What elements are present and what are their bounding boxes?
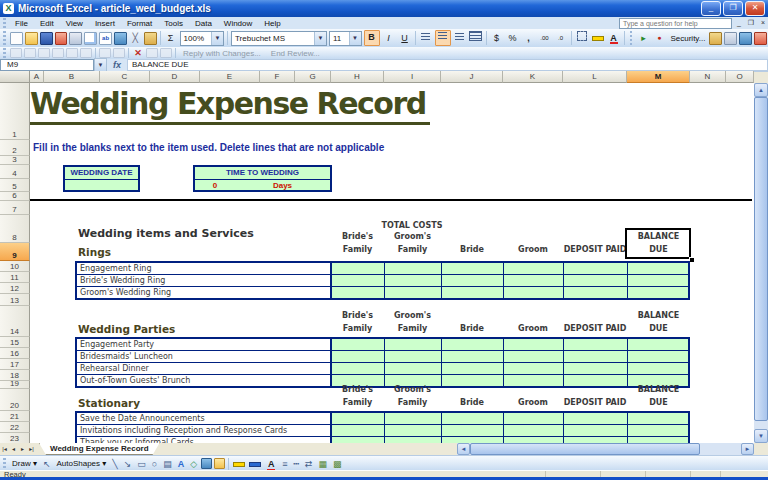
percent-button[interactable]: % (506, 31, 520, 45)
expense-cell[interactable] (441, 425, 503, 436)
select-objects-icon[interactable]: ↖ (43, 459, 51, 469)
design-mode-icon[interactable] (739, 32, 752, 45)
row-header-3[interactable]: 3 (0, 156, 30, 165)
expense-cell[interactable] (503, 339, 563, 350)
textbox-icon[interactable]: ▤ (163, 459, 172, 469)
help-question-input[interactable]: Type a question for help (619, 18, 732, 29)
expense-item-label[interactable]: Rehearsal Dinner (77, 363, 331, 374)
end-review-button[interactable]: End Review... (271, 49, 320, 58)
vertical-scrollbar[interactable]: ▲ ▼ (754, 83, 768, 443)
menu-help[interactable]: Help (258, 18, 286, 29)
expense-cell[interactable] (563, 413, 627, 424)
row-header-2[interactable]: 2 (0, 140, 30, 156)
expense-item-label[interactable]: Out-of-Town Guests' Brunch (77, 375, 331, 386)
expense-cell[interactable] (627, 287, 688, 298)
select-all-corner[interactable] (0, 71, 30, 83)
expense-cell[interactable] (331, 351, 384, 362)
column-header-B[interactable]: B (44, 71, 100, 83)
update-file-icon[interactable] (113, 48, 125, 58)
shadow-style-icon[interactable]: ▦ (318, 459, 327, 469)
line-style-icon[interactable]: ≡ (282, 459, 287, 469)
expense-cell[interactable] (503, 275, 563, 286)
row-header-7[interactable]: 7 (0, 201, 30, 215)
decrease-decimal-button[interactable]: .0 (554, 31, 568, 45)
expense-cell[interactable] (503, 287, 563, 298)
workbook-restore-button[interactable]: ❐ (746, 19, 756, 28)
row-header-20[interactable]: 20 (0, 389, 30, 411)
fill-color-icon[interactable] (232, 457, 246, 471)
horizontal-scrollbar[interactable]: ◄ ► (457, 443, 754, 455)
align-left-button[interactable] (419, 31, 433, 45)
menu-tools[interactable]: Tools (158, 18, 189, 29)
row-header-10[interactable]: 10 (0, 261, 30, 272)
row-header-1[interactable]: 1 (0, 83, 30, 140)
send-mail-icon[interactable] (146, 48, 158, 58)
menu-file[interactable]: File (9, 18, 34, 29)
bold-button[interactable]: B (364, 30, 380, 46)
expense-item-label[interactable]: Bridesmaids' Luncheon (77, 351, 331, 362)
column-header-F[interactable]: F (260, 71, 295, 83)
expense-item-label[interactable]: Bride's Wedding Ring (77, 275, 331, 286)
3d-style-icon[interactable]: ▩ (333, 459, 342, 469)
print-icon[interactable] (69, 32, 82, 45)
oval-icon[interactable]: ○ (152, 459, 157, 469)
expense-item-label[interactable]: Engagement Ring (77, 263, 331, 274)
merge-center-button[interactable] (469, 31, 483, 45)
expense-cell[interactable] (563, 263, 627, 274)
expense-cell[interactable] (441, 351, 503, 362)
line-color-icon[interactable] (248, 457, 262, 471)
row-header-13[interactable]: 13 (0, 294, 30, 306)
wedding-date-value[interactable] (65, 180, 138, 191)
record-macro-icon[interactable]: ● (652, 31, 666, 45)
column-header-M[interactable]: M (627, 71, 690, 83)
save-icon[interactable] (40, 32, 53, 45)
insert-function-icon[interactable]: fx (113, 60, 121, 70)
autoshapes-menu-button[interactable]: AutoShapes ▾ (56, 459, 106, 468)
name-box[interactable]: M9 (0, 59, 94, 71)
row-header-9[interactable]: 9 (0, 243, 30, 261)
menu-edit[interactable]: Edit (34, 18, 60, 29)
row-header-21[interactable]: 21 (0, 411, 30, 422)
next-comment-icon[interactable] (38, 48, 50, 58)
column-header-K[interactable]: K (503, 71, 563, 83)
column-header-C[interactable]: C (100, 71, 150, 83)
scroll-down-icon[interactable]: ▼ (754, 429, 768, 443)
row-header-8[interactable]: 8 (0, 215, 30, 243)
chevron-down-icon[interactable]: ▼ (314, 32, 326, 45)
reply-with-changes-button[interactable]: Reply with Changes... (183, 49, 261, 58)
spreadsheet-body[interactable]: 123456789101112131415161718192021222324 … (0, 83, 754, 443)
column-header-L[interactable]: L (563, 71, 627, 83)
wordart-icon[interactable]: A (178, 459, 185, 469)
edit-comment-icon[interactable] (10, 48, 22, 58)
minimize-button[interactable]: _ (701, 1, 721, 16)
delete-review-icon[interactable]: ✕ (132, 48, 144, 58)
expense-cell[interactable] (627, 413, 688, 424)
expense-cell[interactable] (384, 275, 441, 286)
chevron-down-icon[interactable]: ▼ (211, 32, 223, 45)
expense-cell[interactable] (441, 339, 503, 350)
visual-basic-editor-icon[interactable] (709, 32, 722, 45)
chevron-down-icon[interactable]: ▼ (349, 32, 361, 45)
underline-button[interactable]: U (398, 31, 412, 45)
next-sheet-icon[interactable]: ▸ (18, 443, 27, 455)
row-header-23[interactable]: 23 (0, 433, 30, 443)
zoom-select[interactable]: 100% ▼ (180, 31, 225, 46)
menu-insert[interactable]: Insert (89, 18, 121, 29)
research-icon[interactable] (114, 32, 127, 45)
expense-cell[interactable] (384, 413, 441, 424)
expense-cell[interactable] (331, 363, 384, 374)
expense-cell[interactable] (384, 287, 441, 298)
reviewing-pane-icon[interactable] (160, 48, 172, 58)
diagram-icon[interactable]: ◇ (190, 459, 197, 469)
column-header-I[interactable]: I (384, 71, 441, 83)
column-header-O[interactable]: O (726, 71, 754, 83)
control-toolbox-icon[interactable] (724, 32, 737, 45)
horizontal-scroll-thumb[interactable] (470, 443, 700, 455)
italic-button[interactable]: I (382, 31, 396, 45)
first-sheet-icon[interactable]: |◂ (0, 443, 9, 455)
security-button[interactable]: Security... (670, 34, 705, 43)
expense-cell[interactable] (331, 425, 384, 436)
expense-cell[interactable] (627, 363, 688, 374)
new-document-icon[interactable] (10, 32, 23, 45)
time-to-wedding-value[interactable]: 0 (195, 180, 235, 191)
